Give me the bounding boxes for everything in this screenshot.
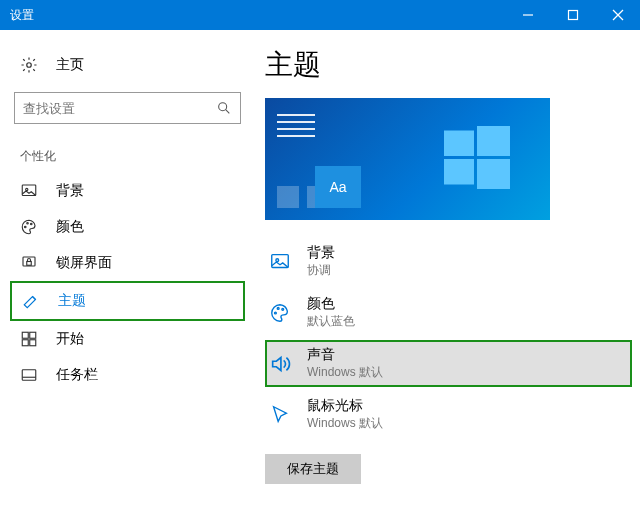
palette-icon xyxy=(20,218,38,236)
paintbrush-icon xyxy=(22,292,40,310)
theme-option-cursor[interactable]: 鼠标光标 Windows 默认 xyxy=(265,391,632,438)
svg-rect-17 xyxy=(30,340,36,346)
svg-point-27 xyxy=(277,307,279,309)
search-input[interactable] xyxy=(23,101,216,116)
svg-rect-21 xyxy=(477,126,510,156)
palette-icon xyxy=(267,300,293,326)
sidebar-item-label: 背景 xyxy=(56,182,84,200)
sidebar-item-taskbar[interactable]: 任务栏 xyxy=(10,357,245,393)
theme-option-title: 鼠标光标 xyxy=(307,397,383,415)
lock-icon xyxy=(20,254,38,272)
theme-option-background[interactable]: 背景 协调 xyxy=(265,238,632,285)
search-icon xyxy=(216,100,232,116)
gear-icon xyxy=(20,56,38,74)
picture-icon xyxy=(20,182,38,200)
save-theme-button[interactable]: 保存主题 xyxy=(265,454,361,484)
theme-option-sound[interactable]: 声音 Windows 默认 xyxy=(265,340,632,387)
sidebar-home[interactable]: 主页 xyxy=(10,50,245,80)
picture-icon xyxy=(267,249,293,275)
sidebar-item-label: 锁屏界面 xyxy=(56,254,112,272)
sidebar-home-label: 主页 xyxy=(56,56,84,74)
svg-point-11 xyxy=(31,223,33,225)
window-title: 设置 xyxy=(10,7,505,24)
page-heading: 主题 xyxy=(265,46,632,84)
svg-rect-14 xyxy=(22,332,28,338)
svg-point-9 xyxy=(25,226,27,228)
theme-option-title: 声音 xyxy=(307,346,383,364)
maximize-button[interactable] xyxy=(550,0,595,30)
sidebar-item-lockscreen[interactable]: 锁屏界面 xyxy=(10,245,245,281)
minimize-button[interactable] xyxy=(505,0,550,30)
theme-option-title: 颜色 xyxy=(307,295,355,313)
theme-option-sub: 默认蓝色 xyxy=(307,313,355,330)
sidebar-item-colors[interactable]: 颜色 xyxy=(10,209,245,245)
titlebar: 设置 xyxy=(0,0,640,30)
sidebar: 主页 个性化 背景 颜色 锁屏界面 xyxy=(0,30,255,505)
sidebar-item-label: 任务栏 xyxy=(56,366,98,384)
theme-option-sub: Windows 默认 xyxy=(307,415,383,432)
preview-aa: Aa xyxy=(315,166,361,208)
svg-point-28 xyxy=(282,308,284,310)
svg-rect-22 xyxy=(444,159,474,185)
start-icon xyxy=(20,330,38,348)
svg-rect-15 xyxy=(30,332,36,338)
sound-icon xyxy=(267,351,293,377)
svg-rect-18 xyxy=(22,370,36,381)
svg-point-4 xyxy=(27,63,32,68)
svg-rect-20 xyxy=(444,131,474,157)
svg-point-5 xyxy=(219,103,227,111)
theme-option-sub: 协调 xyxy=(307,262,335,279)
cursor-icon xyxy=(267,402,293,428)
close-button[interactable] xyxy=(595,0,640,30)
windows-logo-icon xyxy=(444,126,510,192)
content-area: 主题 Aa 背景 协调 颜色 默认蓝色 xyxy=(255,30,640,505)
sidebar-item-label: 颜色 xyxy=(56,218,84,236)
svg-line-6 xyxy=(226,110,230,114)
svg-rect-23 xyxy=(477,159,510,189)
sidebar-item-label: 开始 xyxy=(56,330,84,348)
theme-option-title: 背景 xyxy=(307,244,335,262)
svg-point-10 xyxy=(27,223,29,225)
svg-rect-13 xyxy=(27,262,32,266)
sidebar-item-themes[interactable]: 主题 xyxy=(10,281,245,321)
sidebar-section-label: 个性化 xyxy=(10,148,245,173)
sidebar-item-background[interactable]: 背景 xyxy=(10,173,245,209)
svg-point-8 xyxy=(26,188,28,190)
theme-option-sub: Windows 默认 xyxy=(307,364,383,381)
svg-rect-16 xyxy=(22,340,28,346)
svg-point-25 xyxy=(276,258,279,261)
theme-option-color[interactable]: 颜色 默认蓝色 xyxy=(265,289,632,336)
search-input-wrapper[interactable] xyxy=(14,92,241,124)
sidebar-item-start[interactable]: 开始 xyxy=(10,321,245,357)
taskbar-icon xyxy=(20,366,38,384)
sidebar-item-label: 主题 xyxy=(58,292,86,310)
theme-preview: Aa xyxy=(265,98,550,220)
svg-point-26 xyxy=(275,312,277,314)
svg-rect-1 xyxy=(568,11,577,20)
